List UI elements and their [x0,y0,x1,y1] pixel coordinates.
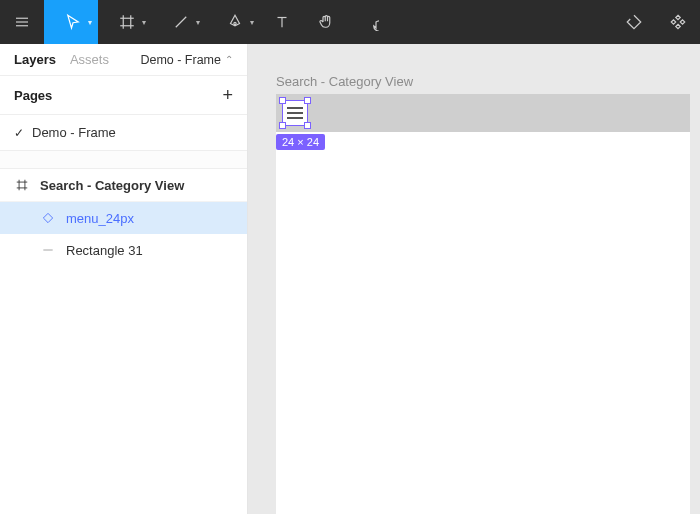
chevron-down-icon: ▾ [88,18,92,27]
chevron-up-icon: ⌃ [225,54,233,65]
svg-line-7 [176,17,187,28]
line-icon [40,242,56,258]
layer-component-row[interactable]: menu_24px [0,202,247,234]
resize-handle-tl[interactable] [279,97,286,104]
resize-handle-tr[interactable] [304,97,311,104]
reset-tool[interactable] [612,0,656,44]
top-toolbar: ▾ ▾ ▾ ▾ [0,0,700,44]
page-row[interactable]: ✓ Demo - Frame [0,115,247,151]
pen-line-tool[interactable]: ▾ [152,0,206,44]
component-instance-icon [40,210,56,226]
frame-tool[interactable]: ▾ [98,0,152,44]
canvas[interactable]: Search - Category View 24 × 24 [248,44,700,514]
pen-tool[interactable]: ▾ [206,0,260,44]
layer-rect-label: Rectangle 31 [66,243,143,258]
tab-assets[interactable]: Assets [70,52,109,67]
selected-object[interactable] [282,100,308,126]
file-crumb-label: Demo - Frame [140,53,221,67]
artboard-header-strip [276,94,690,132]
chevron-down-icon: ▾ [142,18,146,27]
left-sidebar: Layers Assets Demo - Frame ⌃ Pages + ✓ D… [0,44,248,514]
resize-handle-bl[interactable] [279,122,286,129]
section-divider [0,151,247,169]
svg-point-8 [234,22,236,24]
tab-layers[interactable]: Layers [14,52,56,67]
page-name: Demo - Frame [32,125,116,140]
hand-tool[interactable] [304,0,348,44]
chevron-down-icon: ▾ [250,18,254,27]
check-icon: ✓ [14,126,24,140]
text-tool[interactable] [260,0,304,44]
layer-frame-label: Search - Category View [40,178,184,193]
comment-tool[interactable] [348,0,392,44]
components-tool[interactable] [656,0,700,44]
layer-component-label: menu_24px [66,211,134,226]
resize-handle-br[interactable] [304,122,311,129]
chevron-down-icon: ▾ [196,18,200,27]
add-page-button[interactable]: + [222,86,233,104]
move-tool[interactable]: ▾ [44,0,98,44]
menu-button[interactable] [0,0,44,44]
file-crumb[interactable]: Demo - Frame ⌃ [140,53,233,67]
dimension-badge: 24 × 24 [276,134,325,150]
pages-label: Pages [14,88,52,103]
frame-icon [14,177,30,193]
artboard[interactable]: 24 × 24 [276,94,690,514]
layer-frame-row[interactable]: Search - Category View [0,169,247,202]
canvas-frame-title[interactable]: Search - Category View [276,74,413,89]
layer-rect-row[interactable]: Rectangle 31 [0,234,247,266]
